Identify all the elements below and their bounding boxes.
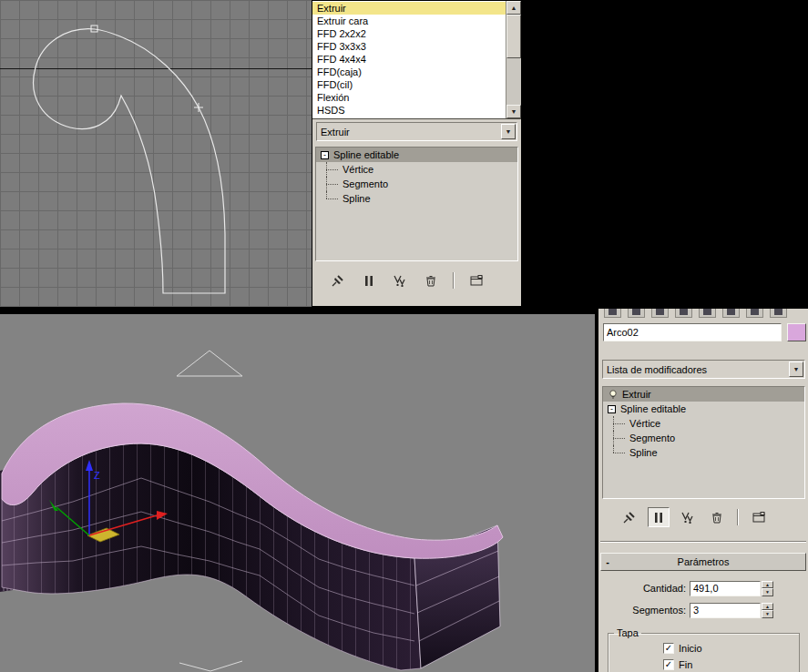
cap-end-checkbox[interactable]: ✓ (663, 659, 674, 670)
modifier-list-item[interactable]: FFD 3x3x3 (312, 40, 506, 53)
make-unique-button[interactable] (677, 507, 699, 527)
stack-item-label: Segmento (343, 178, 388, 189)
amount-spinner[interactable]: ▲ ▼ (762, 581, 773, 596)
cropped-toolbar-icon[interactable] (770, 309, 787, 318)
stack-subobject-segment[interactable]: Segmento (603, 431, 804, 445)
trash-icon (424, 274, 438, 288)
modifier-list-item[interactable]: FFD(caja) (312, 66, 506, 78)
make-unique-icon (393, 274, 407, 288)
scroll-down-button[interactable]: ▼ (506, 105, 521, 118)
object-color-swatch[interactable] (787, 323, 806, 341)
spinner-up-button[interactable]: ▲ (762, 603, 773, 611)
current-modifier-combo[interactable]: Extruir ▼ (316, 122, 517, 141)
cap-group-label: Tapa (614, 627, 641, 638)
cap-start-checkbox[interactable]: ✓ (663, 643, 674, 654)
cropped-toolbar-icon[interactable] (675, 309, 692, 318)
stack-item-base-object[interactable]: - Spline editable (316, 148, 517, 162)
stack-subobject-spline[interactable]: Spline (316, 191, 517, 206)
spline-vertex-cross-marker[interactable] (194, 103, 203, 112)
rollout-collapse-icon: - (601, 556, 614, 567)
collapse-minus-icon[interactable]: - (321, 151, 329, 159)
cropped-toolbar-icon[interactable] (604, 309, 621, 318)
dropdown-arrow-icon: ▼ (793, 366, 800, 372)
show-end-result-button[interactable] (648, 507, 670, 527)
stack-item-base-object[interactable]: - Spline editable (603, 402, 804, 416)
amount-label: Cantidad: (598, 583, 690, 594)
combo-arrow-button[interactable]: ▼ (789, 361, 803, 377)
modifier-stack: Extruir - Spline editable Vértice Segmen… (602, 386, 805, 499)
combo-arrow-button[interactable]: ▼ (501, 124, 516, 139)
show-end-result-button[interactable] (358, 270, 380, 290)
stack-item-label: Spline (629, 447, 658, 458)
modifier-list-item[interactable]: FFD(cil) (312, 78, 506, 91)
pin-stack-button[interactable] (327, 270, 349, 290)
collapse-minus-icon[interactable]: - (608, 405, 616, 413)
gizmo-z-label: Z (94, 470, 100, 481)
cropped-toolbar-icon[interactable] (699, 309, 716, 318)
parameters-rollout-header[interactable]: - Parámetros (600, 553, 806, 571)
stack-subobject-vertex[interactable]: Vértice (603, 416, 804, 431)
cropped-toolbar-icon[interactable] (651, 309, 669, 318)
modifier-list-item[interactable]: FFD 4x4x4 (312, 53, 506, 66)
cap-end-label: Fin (679, 659, 692, 670)
modifier-list-item[interactable]: HSDS (312, 104, 506, 117)
make-unique-button[interactable] (389, 270, 411, 290)
spinner-down-button[interactable]: ▼ (762, 610, 773, 618)
command-panel: Lista de modificadores ▼ Extruir - Splin… (598, 309, 808, 672)
modifier-list-dropdown[interactable]: Lista de modificadores ▼ (602, 360, 805, 379)
modifier-list-item[interactable]: Flexión (312, 91, 506, 104)
cropped-toolbar-icon[interactable] (628, 309, 645, 318)
scroll-up-button[interactable]: ▲ (506, 1, 521, 15)
show-end-result-icon (362, 274, 376, 288)
modifier-list-item[interactable]: Extruir (312, 2, 506, 15)
stack-subobject-vertex[interactable]: Vértice (316, 162, 517, 177)
toolbar-separator (737, 509, 739, 525)
rollout-title: Parámetros (614, 556, 793, 567)
cap-end-row: ✓ Fin (663, 657, 799, 671)
top-viewport[interactable] (0, 0, 312, 307)
remove-modifier-button[interactable] (420, 270, 442, 290)
make-unique-icon (680, 511, 695, 524)
object-name-row (598, 323, 808, 343)
segments-label: Segmentos: (598, 605, 690, 616)
segments-input[interactable] (690, 603, 761, 618)
checkmark-icon: ✓ (665, 643, 672, 653)
stack-item-label: Vértice (629, 418, 660, 429)
spinner-down-icon: ▼ (765, 589, 770, 595)
cropped-toolbar-icon[interactable] (722, 309, 740, 318)
checkmark-icon: ✓ (665, 659, 672, 669)
modifier-list-item[interactable]: FFD 2x2x2 (312, 27, 506, 40)
stack-subobject-segment[interactable]: Segmento (316, 177, 517, 191)
spline-shape (0, 0, 312, 307)
segments-spinner[interactable]: ▲ ▼ (762, 603, 773, 618)
configure-modifier-sets-button[interactable] (748, 507, 770, 527)
stack-item-label: Extruir (622, 389, 651, 400)
helper-arrow-top (177, 351, 242, 376)
pin-icon (622, 511, 637, 524)
modifier-list-item[interactable]: Extruir cara (312, 15, 506, 27)
cropped-toolbar-icon[interactable] (746, 309, 763, 318)
scroll-up-icon: ▲ (511, 5, 517, 11)
pin-stack-button[interactable] (619, 507, 640, 527)
cap-start-label: Inicio (679, 643, 702, 654)
amount-input[interactable] (690, 581, 761, 596)
modifier-enabled-bulb-icon[interactable] (608, 389, 619, 400)
spinner-up-button[interactable]: ▲ (762, 581, 773, 589)
spinner-down-button[interactable]: ▼ (762, 588, 773, 596)
trash-icon (710, 511, 724, 524)
segments-parameter-row: Segmentos: ▲ ▼ (598, 601, 808, 619)
configure-modifier-sets-button[interactable] (465, 270, 487, 290)
show-end-result-icon (651, 511, 666, 524)
stack-item-label: Vértice (343, 164, 373, 175)
stack-item-extrude[interactable]: Extruir (603, 387, 804, 402)
perspective-viewport[interactable]: Z (0, 314, 595, 672)
list-scrollbar[interactable]: ▲ ▼ (506, 1, 521, 118)
modifier-dropdown-list: Extruir Extruir cara FFD 2x2x2 FFD 3x3x3… (312, 1, 521, 119)
stack-subobject-spline[interactable]: Spline (603, 445, 804, 460)
scroll-thumb[interactable] (506, 15, 521, 58)
modifier-dropdown-panel: Extruir Extruir cara FFD 2x2x2 FFD 3x3x3… (312, 0, 522, 307)
application-window: Extruir Extruir cara FFD 2x2x2 FFD 3x3x3… (0, 0, 808, 672)
configure-sets-icon (469, 274, 484, 288)
remove-modifier-button[interactable] (706, 507, 728, 527)
object-name-input[interactable] (603, 323, 782, 341)
